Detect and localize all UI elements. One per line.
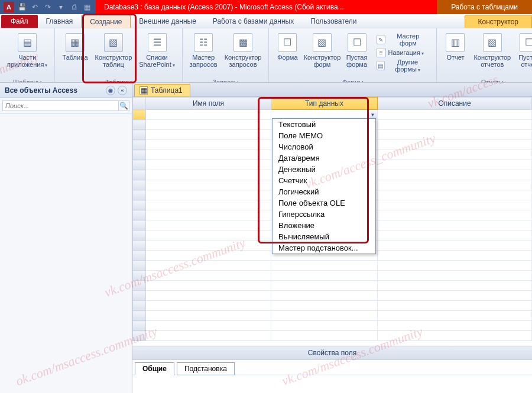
- select-all-corner[interactable]: [133, 98, 146, 110]
- undo-icon[interactable]: ↶: [30, 2, 40, 12]
- cell-field-name[interactable]: [146, 190, 271, 200]
- dropdown-option[interactable]: Вычисляемый: [273, 231, 375, 242]
- form-designer-button[interactable]: ▧ Конструктор форм: [302, 31, 342, 76]
- cell-field-name[interactable]: [146, 200, 271, 210]
- cell-field-name[interactable]: [146, 160, 271, 170]
- cell-field-name[interactable]: [146, 170, 271, 180]
- cell-description[interactable]: [378, 251, 532, 261]
- row-selector[interactable]: [133, 271, 146, 281]
- cell-field-name[interactable]: [146, 220, 271, 230]
- cell-description[interactable]: [378, 110, 532, 120]
- dropdown-option[interactable]: Дата/время: [273, 152, 375, 164]
- row-selector[interactable]: [133, 170, 146, 180]
- row-selector[interactable]: [133, 110, 146, 120]
- row-selector[interactable]: [133, 140, 146, 150]
- tab-database-tools[interactable]: Работа с базами данных: [205, 15, 302, 28]
- dropdown-option[interactable]: Числовой: [273, 141, 375, 152]
- cell-field-name[interactable]: [146, 120, 271, 130]
- cell-data-type[interactable]: [271, 311, 378, 321]
- cell-data-type[interactable]: [271, 261, 378, 271]
- row-selector[interactable]: [133, 220, 146, 230]
- cell-field-name[interactable]: [146, 321, 271, 331]
- report-designer-button[interactable]: ▧ Конструктор отчетов: [470, 31, 514, 76]
- cell-data-type[interactable]: [271, 321, 378, 331]
- cell-description[interactable]: [378, 130, 532, 140]
- data-type-dropdown[interactable]: ТекстовыйПоле МЕМОЧисловойДата/времяДене…: [272, 118, 376, 254]
- dropdown-option[interactable]: Гиперссылка: [273, 209, 375, 220]
- table-button[interactable]: ▦ Таблица: [59, 31, 91, 76]
- cell-field-name[interactable]: [146, 150, 271, 160]
- report-button[interactable]: ▥ Отчет: [440, 31, 470, 76]
- cell-field-name[interactable]: [146, 261, 271, 271]
- save-icon[interactable]: 💾: [17, 2, 27, 12]
- cell-field-name[interactable]: [146, 281, 271, 291]
- blank-form-button[interactable]: ☐ Пустая форма: [342, 31, 372, 76]
- cell-data-type[interactable]: [271, 301, 378, 311]
- cell-description[interactable]: [378, 241, 532, 251]
- tab-file[interactable]: Файл: [1, 15, 38, 28]
- cell-field-name[interactable]: [146, 311, 271, 321]
- row-selector[interactable]: [133, 281, 146, 291]
- datasheet-icon[interactable]: ▦: [82, 2, 92, 12]
- cell-description[interactable]: [378, 170, 532, 180]
- cell-field-name[interactable]: [146, 251, 271, 261]
- cell-description[interactable]: [378, 120, 532, 130]
- row-selector[interactable]: [133, 130, 146, 140]
- query-wizard-button[interactable]: ☷ Мастер запросов: [186, 31, 221, 76]
- cell-field-name[interactable]: [146, 110, 271, 120]
- tab-external-data[interactable]: Внешние данные: [131, 15, 205, 28]
- dropdown-option[interactable]: Вложение: [273, 220, 375, 231]
- cell-description[interactable]: [378, 190, 532, 200]
- row-selector[interactable]: [133, 251, 146, 261]
- dropdown-option[interactable]: Мастер подстановок...: [273, 242, 375, 254]
- sharepoint-lists-button[interactable]: ☰ Списки SharePoint: [135, 31, 178, 76]
- tab-designer[interactable]: Конструктор: [465, 15, 532, 28]
- cell-field-name[interactable]: [146, 180, 271, 190]
- row-selector[interactable]: [133, 200, 146, 210]
- query-designer-button[interactable]: ▩ Конструктор запросов: [221, 31, 265, 76]
- dropdown-option[interactable]: Логический: [273, 186, 375, 197]
- row-selector[interactable]: [133, 301, 146, 311]
- cell-description[interactable]: [378, 261, 532, 271]
- cell-description[interactable]: [378, 180, 532, 190]
- row-selector[interactable]: [133, 230, 146, 241]
- cell-data-type[interactable]: [271, 271, 378, 281]
- cell-field-name[interactable]: [146, 210, 271, 220]
- column-header-desc[interactable]: Описание: [378, 98, 532, 110]
- application-parts-button[interactable]: ▤ Части приложения: [4, 31, 51, 76]
- design-grid[interactable]: Имя поля Тип данных Описание ▼ Текстовый…: [132, 97, 532, 346]
- tab-create[interactable]: Создание: [81, 15, 131, 28]
- dropdown-option[interactable]: Поле объекта OLE: [273, 197, 375, 209]
- dropdown-option[interactable]: Счетчик: [273, 175, 375, 186]
- cell-field-name[interactable]: [146, 230, 271, 241]
- table-designer-button[interactable]: ▧ Конструктор таблиц: [92, 31, 136, 76]
- cell-description[interactable]: [378, 321, 532, 331]
- qat-menu-icon[interactable]: ▾: [56, 2, 66, 12]
- row-selector[interactable]: [133, 321, 146, 331]
- row-selector[interactable]: [133, 241, 146, 251]
- cell-description[interactable]: [378, 200, 532, 210]
- row-selector[interactable]: [133, 160, 146, 170]
- cell-description[interactable]: [378, 210, 532, 220]
- cell-description[interactable]: [378, 331, 532, 341]
- search-input[interactable]: [2, 100, 119, 111]
- blank-report-button[interactable]: ☐ Пустой отчет: [514, 31, 532, 76]
- cell-description[interactable]: [378, 301, 532, 311]
- navpane-header[interactable]: Все объекты Access ◉ «: [0, 83, 132, 98]
- redo-icon[interactable]: ↷: [43, 2, 53, 12]
- property-tab-lookup[interactable]: Подстановка: [177, 362, 235, 375]
- other-forms-button[interactable]: ▤Другие формы: [374, 59, 431, 72]
- cell-field-name[interactable]: [146, 271, 271, 281]
- row-selector[interactable]: [133, 180, 146, 190]
- app-icon[interactable]: A: [4, 2, 14, 12]
- column-header-type[interactable]: Тип данных: [271, 98, 378, 110]
- cell-description[interactable]: [378, 230, 532, 241]
- cell-description[interactable]: [378, 311, 532, 321]
- cell-description[interactable]: [378, 160, 532, 170]
- cell-description[interactable]: [378, 140, 532, 150]
- cell-field-name[interactable]: [146, 140, 271, 150]
- cell-field-name[interactable]: [146, 291, 271, 301]
- cell-data-type[interactable]: [271, 291, 378, 301]
- cell-description[interactable]: [378, 281, 532, 291]
- search-icon[interactable]: 🔍: [119, 100, 129, 111]
